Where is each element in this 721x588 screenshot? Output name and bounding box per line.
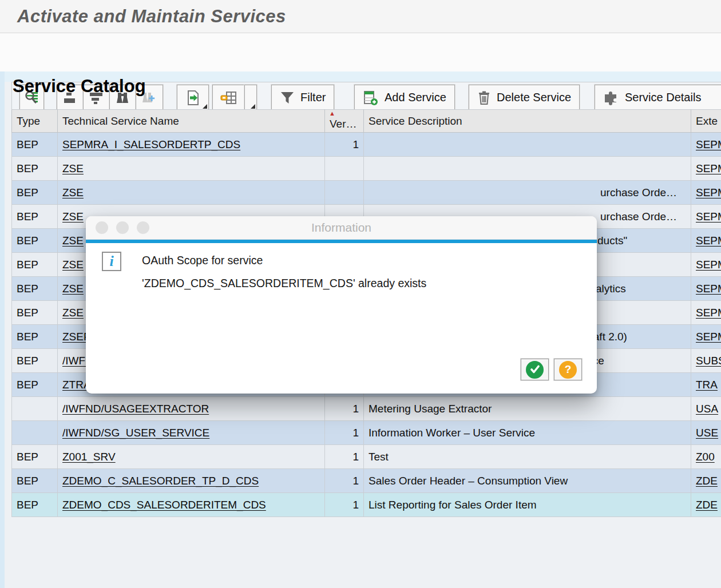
- add-service-button[interactable]: Add Service: [354, 85, 455, 110]
- external-name-link[interactable]: SEPM: [696, 331, 721, 343]
- service-name-link[interactable]: /IWFND/USAGEEXTRACTOR: [62, 403, 209, 415]
- column-header-technical-service-name[interactable]: Technical Service Name: [58, 110, 325, 133]
- sort-ascending-indicator-icon: ▲: [329, 110, 335, 117]
- external-name-link[interactable]: Z00: [696, 451, 715, 463]
- table-row[interactable]: BEP SEPMRA_I_SALESORDERTP_CDS 1 SEPM: [12, 133, 721, 157]
- service-name-link[interactable]: ZSE: [62, 186, 84, 198]
- service-name-link[interactable]: ZSE: [62, 307, 84, 319]
- information-dialog: Information i OAuth Scope for service 'Z…: [86, 216, 597, 394]
- service-name-link[interactable]: ZSE: [62, 162, 84, 174]
- external-name-link[interactable]: USA: [696, 403, 718, 415]
- column-header-service-description[interactable]: Service Description: [364, 110, 691, 133]
- service-details-button[interactable]: Service Details: [595, 85, 721, 110]
- export-icon: [185, 90, 201, 106]
- ok-button[interactable]: [521, 359, 549, 380]
- layout-button[interactable]: [212, 85, 244, 110]
- content-left-strip: [0, 71, 5, 588]
- window-titlebar: Activate and Maintain Services: [0, 0, 721, 33]
- table-row-selected[interactable]: BEP ZDEMO_CDS_SALESORDERITEM_CDS 1 List …: [12, 493, 721, 517]
- external-name-link[interactable]: SEPM: [696, 283, 721, 295]
- external-name-link[interactable]: SEPM: [696, 235, 721, 247]
- delete-service-button[interactable]: Delete Service: [469, 85, 580, 110]
- delete-service-label: Delete Service: [497, 91, 571, 104]
- service-name-link[interactable]: ZSE: [62, 283, 84, 295]
- service-name-link[interactable]: Z001_SRV: [62, 451, 116, 463]
- service-name-link[interactable]: /IWFND/SG_USER_SERVICE: [62, 427, 209, 439]
- external-name-link[interactable]: ZDE: [696, 475, 718, 487]
- external-name-link[interactable]: SEPM: [696, 138, 721, 150]
- table-row[interactable]: /IWFND/USAGEEXTRACTOR 1 Metering Usage E…: [12, 397, 721, 421]
- dialog-traffic-lights: [96, 221, 149, 234]
- table-header-row: Type Technical Service Name ▲ Ver… Servi…: [12, 110, 721, 133]
- service-name-link[interactable]: ZDEMO_CDS_SALESORDERITEM_CDS: [62, 499, 266, 511]
- external-name-link[interactable]: USE: [696, 427, 718, 439]
- traffic-light-icon: [137, 221, 149, 234]
- dialog-titlebar: Information: [86, 216, 597, 240]
- column-header-external[interactable]: Exte: [691, 110, 721, 133]
- export-button[interactable]: [177, 85, 209, 110]
- table-row[interactable]: BEP ZSE urchase Orde… SEPM: [12, 181, 721, 205]
- layout-icon: [220, 90, 237, 105]
- add-service-icon: [363, 90, 379, 106]
- external-name-link[interactable]: SEPM: [696, 162, 721, 174]
- filter-button[interactable]: Filter: [271, 85, 334, 110]
- service-details-puzzle-icon: [603, 90, 619, 106]
- external-name-link[interactable]: SUBS: [696, 355, 721, 367]
- service-name-link[interactable]: ZSE: [62, 235, 84, 247]
- external-name-link[interactable]: TRA: [696, 379, 718, 391]
- add-service-label: Add Service: [385, 91, 446, 104]
- layout-dropdown-button[interactable]: [244, 85, 257, 110]
- column-header-version[interactable]: ▲ Ver…: [325, 110, 364, 133]
- table-row[interactable]: /IWFND/SG_USER_SERVICE 1 Information Wor…: [12, 421, 721, 445]
- layout-dropdown-icon: [251, 104, 255, 109]
- page-title: Activate and Maintain Services: [17, 6, 286, 27]
- filter-label: Filter: [300, 91, 326, 104]
- service-name-link[interactable]: SEPMRA_I_SALESORDERTP_CDS: [62, 138, 240, 150]
- dialog-message-line2: 'ZDEMO_CDS_SALESORDERITEM_CDS' already e…: [142, 277, 426, 290]
- traffic-light-icon: [116, 221, 129, 234]
- external-name-link[interactable]: SEPM: [696, 210, 721, 223]
- help-button[interactable]: ?: [554, 359, 582, 380]
- checkmark-icon: [526, 361, 544, 379]
- dialog-title: Information: [86, 216, 597, 239]
- column-header-type[interactable]: Type: [12, 110, 58, 133]
- traffic-light-icon: [96, 221, 108, 234]
- table-row[interactable]: BEP ZDEMO_C_SALESORDER_TP_D_CDS 1 Sales …: [12, 469, 721, 493]
- service-details-label: Service Details: [625, 91, 701, 104]
- service-name-link[interactable]: ZSE: [62, 210, 84, 223]
- question-mark-icon: ?: [559, 361, 577, 379]
- external-name-link[interactable]: SEPM: [696, 186, 721, 198]
- export-dropdown-icon: [203, 104, 207, 109]
- delete-trash-icon: [477, 90, 491, 105]
- external-name-link[interactable]: SEPM: [696, 307, 721, 319]
- service-name-link[interactable]: ZDEMO_C_SALESORDER_TP_D_CDS: [62, 475, 259, 487]
- filter-funnel-icon: [280, 91, 295, 105]
- external-name-link[interactable]: ZDE: [696, 499, 718, 511]
- service-catalog-heading: Service Catalog: [13, 76, 146, 97]
- information-icon: i: [102, 252, 121, 271]
- external-name-link[interactable]: SEPM: [696, 259, 721, 271]
- table-row[interactable]: BEP Z001_SRV 1 Test Z00: [12, 445, 721, 469]
- dialog-message-line1: OAuth Scope for service: [142, 254, 263, 267]
- service-name-link[interactable]: ZSE: [62, 259, 84, 271]
- table-row[interactable]: BEP ZSE SEPM: [12, 157, 721, 181]
- dialog-accent-bar: [86, 240, 597, 243]
